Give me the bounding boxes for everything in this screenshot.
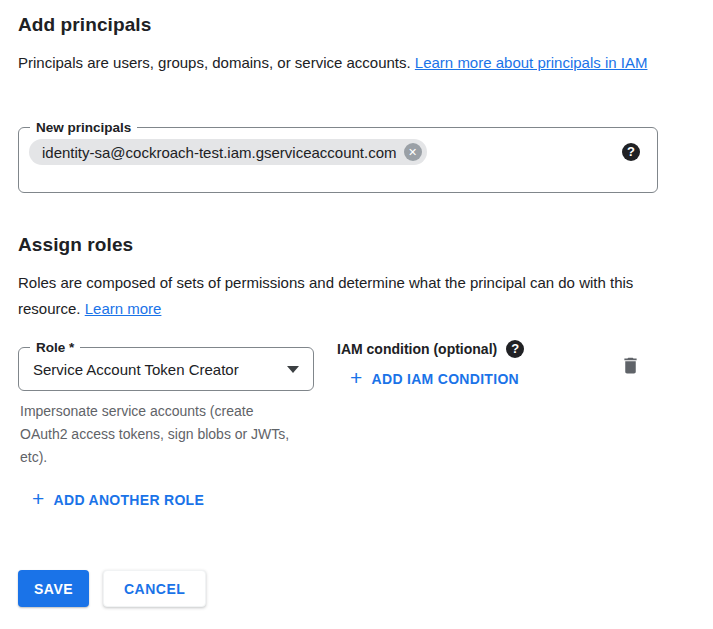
add-iam-condition-label: ADD IAM CONDITION	[372, 371, 519, 387]
assign-roles-description: Roles are composed of sets of permission…	[18, 270, 638, 322]
arrow-drop-down-icon	[287, 366, 299, 373]
add-another-role-label: ADD ANOTHER ROLE	[54, 492, 205, 508]
plus-icon: +	[32, 490, 45, 508]
cancel-button[interactable]: CANCEL	[103, 570, 206, 607]
assign-roles-title: Assign roles	[18, 234, 133, 256]
add-another-role-button[interactable]: + ADD ANOTHER ROLE	[32, 492, 204, 508]
help-icon[interactable]: ?	[506, 340, 524, 358]
add-principals-panel: Add principals Principals are users, gro…	[0, 0, 713, 629]
new-principals-label: New principals	[30, 120, 137, 135]
add-principals-description: Principals are users, groups, domains, o…	[18, 50, 670, 76]
add-principals-description-text: Principals are users, groups, domains, o…	[18, 54, 415, 71]
principal-chip[interactable]: identity-sa@cockroach-test.iam.gservicea…	[29, 139, 427, 165]
trash-icon	[620, 355, 641, 376]
role-select[interactable]: Role * Service Account Token Creator	[18, 347, 314, 391]
save-button[interactable]: SAVE	[18, 570, 89, 607]
role-select-value: Service Account Token Creator	[33, 361, 239, 378]
plus-icon: +	[350, 369, 363, 387]
delete-role-button[interactable]	[617, 352, 643, 378]
role-helper-text: Impersonate service accounts (create OAu…	[20, 400, 294, 469]
chip-remove-icon[interactable]: ✕	[404, 143, 422, 161]
role-select-label: Role *	[30, 340, 80, 355]
learn-more-roles-link[interactable]: Learn more	[85, 300, 162, 317]
learn-more-principals-link[interactable]: Learn more about principals in IAM	[415, 54, 648, 71]
new-principals-field[interactable]: New principals identity-sa@cockroach-tes…	[18, 127, 658, 193]
iam-condition-header: IAM condition (optional) ?	[337, 340, 524, 358]
add-iam-condition-button[interactable]: + ADD IAM CONDITION	[350, 371, 519, 387]
add-principals-title: Add principals	[18, 14, 151, 36]
help-icon[interactable]: ?	[622, 143, 640, 161]
principal-chip-text: identity-sa@cockroach-test.iam.gservicea…	[42, 144, 397, 161]
iam-condition-label: IAM condition (optional)	[337, 341, 497, 357]
